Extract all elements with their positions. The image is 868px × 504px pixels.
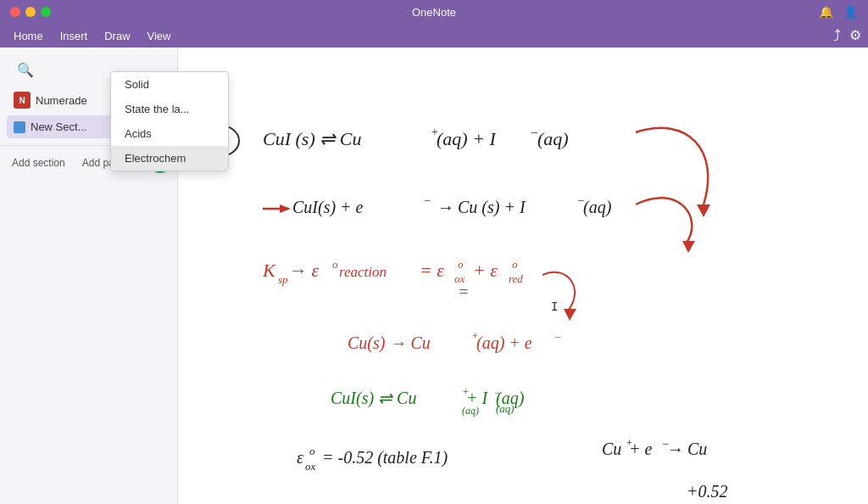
menu-draw[interactable]: Draw: [97, 28, 136, 44]
window-controls[interactable]: [10, 7, 51, 17]
svg-marker-28: [564, 309, 576, 321]
svg-text:(aq) + I: (aq) + I: [437, 128, 497, 149]
svg-text:CuI(s) ⇌ Cu: CuI(s) ⇌ Cu: [331, 389, 416, 408]
svg-marker-7: [697, 204, 710, 217]
svg-text:o: o: [332, 258, 338, 271]
svg-text:–: –: [554, 329, 561, 342]
section-icon: [14, 121, 25, 133]
svg-text:–: –: [424, 193, 431, 205]
svg-text:o: o: [458, 258, 464, 271]
svg-text:(aq): (aq): [537, 128, 569, 149]
svg-text:(aq): (aq): [583, 198, 612, 217]
section-label: New Sect...: [31, 120, 86, 133]
svg-text:sp: sp: [278, 273, 288, 286]
account-icon[interactable]: 👤: [843, 5, 858, 19]
svg-text:→ ε: → ε: [288, 260, 319, 281]
notebook-icon-letter: N: [19, 96, 25, 105]
menu-insert[interactable]: Insert: [53, 28, 95, 44]
menubar: Home Insert Draw View ⤴ ⚙: [0, 24, 868, 48]
svg-marker-9: [280, 204, 291, 213]
svg-text:→ Cu (s) + I: → Cu (s) + I: [437, 198, 526, 217]
notebook-icon: N: [14, 92, 31, 109]
minimize-button[interactable]: [25, 7, 36, 17]
menu-view[interactable]: View: [141, 28, 178, 44]
svg-text:red: red: [509, 272, 523, 285]
dropdown-acids[interactable]: Acids: [111, 121, 228, 146]
svg-text:ε: ε: [297, 448, 303, 467]
svg-text:= ε: = ε: [420, 260, 444, 281]
main-layout: 🔍 N Numerade ▾ New Sect... Add section A…: [0, 48, 868, 504]
titlebar-right-icons: 🔔 👤: [819, 5, 858, 19]
svg-text:CuI (s) ⇌ Cu: CuI (s) ⇌ Cu: [263, 128, 361, 149]
note-svg: qu CuI (s) ⇌ Cu + (aq) + I – (aq) CuI(s)…: [178, 48, 868, 504]
svg-text:Cu: Cu: [602, 440, 621, 458]
svg-text:o: o: [309, 445, 315, 457]
svg-text:Cu(s) → Cu: Cu(s) → Cu: [348, 333, 431, 353]
settings-icon[interactable]: ⚙: [849, 27, 861, 45]
svg-text:K: K: [262, 260, 276, 281]
dropdown-solid[interactable]: Solid: [111, 72, 228, 97]
svg-text:(aq) + e: (aq) + e: [476, 333, 532, 353]
dropdown-menu: Solid State the la... Acids Electrochem: [110, 71, 229, 171]
close-button[interactable]: [10, 7, 20, 17]
note-canvas: qu CuI (s) ⇌ Cu + (aq) + I – (aq) CuI(s)…: [178, 48, 868, 504]
svg-text:= -0.52 (table F.1): = -0.52 (table F.1): [322, 448, 448, 468]
svg-text:=: =: [458, 283, 470, 301]
svg-text:CuI(s) + e: CuI(s) + e: [292, 198, 364, 217]
svg-text:+ ε: + ε: [473, 260, 498, 281]
search-button[interactable]: 🔍: [14, 58, 37, 81]
menu-home[interactable]: Home: [7, 28, 50, 44]
svg-text:reaction: reaction: [339, 264, 387, 280]
svg-text:→ Cu: → Cu: [666, 440, 707, 458]
app-title: OneNote: [412, 6, 456, 19]
svg-text:+0.52: +0.52: [687, 482, 728, 501]
svg-text:+ e: + e: [629, 440, 652, 458]
titlebar: OneNote 🔔 👤: [0, 0, 868, 24]
content-area[interactable]: qu CuI (s) ⇌ Cu + (aq) + I – (aq) CuI(s)…: [178, 48, 868, 504]
svg-text:I: I: [551, 300, 558, 313]
svg-marker-15: [682, 241, 695, 253]
svg-text:(aq): (aq): [462, 405, 479, 417]
notification-icon[interactable]: 🔔: [819, 5, 833, 19]
svg-text:o: o: [512, 258, 518, 271]
maximize-button[interactable]: [41, 7, 51, 17]
share-icon[interactable]: ⤴: [833, 27, 841, 45]
svg-text:(aq): (aq): [496, 389, 525, 408]
add-section-button[interactable]: Add section: [7, 155, 70, 171]
dropdown-electrochem[interactable]: Electrochem: [111, 146, 228, 171]
svg-text:ox: ox: [305, 460, 316, 473]
dropdown-state[interactable]: State the la...: [111, 97, 228, 121]
